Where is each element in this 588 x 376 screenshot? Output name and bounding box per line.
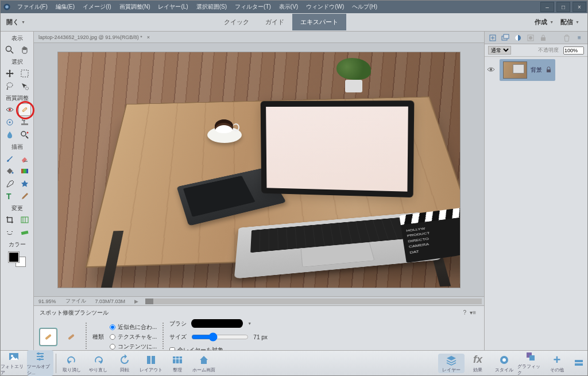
contentmove-tool-icon[interactable] — [3, 226, 16, 239]
delete-layer-icon[interactable] — [562, 33, 571, 42]
smartbrush-tool-icon[interactable] — [3, 116, 16, 129]
menu-view[interactable]: 表示(V) — [275, 3, 302, 11]
shape-tool-icon[interactable] — [18, 177, 31, 190]
marquee-tool-icon[interactable] — [18, 67, 31, 80]
minimize-button[interactable]: – — [540, 2, 554, 12]
canvas-area[interactable]: HOLLYWPRODUCTDIRECTOCAMERADAT — [34, 43, 484, 296]
tooloptions-button[interactable]: ツールオプシ... — [27, 350, 53, 376]
all-layers-checkbox[interactable]: 全レイヤーを対象 — [169, 346, 267, 350]
zoom-level[interactable]: 91.95% — [34, 299, 61, 304]
text-tool-icon[interactable]: T — [3, 190, 16, 203]
spot-heal-tool-icon[interactable] — [18, 103, 31, 116]
fgcolor-swatch[interactable] — [9, 252, 19, 262]
gradient-tool-icon[interactable] — [18, 165, 31, 177]
rotate-button[interactable]: 回転 — [111, 354, 138, 373]
bucket-tool-icon[interactable] — [3, 165, 16, 177]
svg-point-13 — [22, 119, 23, 121]
effects-button[interactable]: fx効果 — [465, 354, 491, 373]
menu-enhance[interactable]: 画質調整(N) — [115, 3, 154, 11]
share-button[interactable]: 配信▼ — [560, 18, 579, 26]
layers-button[interactable]: レイヤー — [438, 354, 465, 373]
svg-point-35 — [37, 352, 40, 355]
layer-mask-icon[interactable] — [526, 33, 535, 42]
svg-line-15 — [26, 136, 28, 138]
blur-tool-icon[interactable] — [3, 129, 16, 141]
svg-point-1 — [5, 5, 9, 9]
lasso-tool-icon[interactable] — [3, 80, 16, 92]
document-tab[interactable]: laptop-2443652_1920.jpg @ 91.9%(RGB/8) *… — [34, 32, 484, 43]
menu-layer[interactable]: レイヤー(L) — [154, 3, 192, 11]
menu-filter[interactable]: フィルター(T) — [231, 3, 275, 11]
organizer-button[interactable]: 整理 — [164, 354, 191, 373]
graphics-button[interactable]: グラフィック — [517, 350, 544, 376]
brush-tool-icon[interactable] — [3, 152, 16, 165]
spot-heal-mode-icon[interactable] — [40, 328, 57, 346]
tab-quick[interactable]: クイック — [216, 14, 257, 30]
size-slider[interactable] — [191, 332, 249, 342]
move-tool-icon[interactable] — [3, 67, 16, 80]
layer-group-icon[interactable] — [501, 33, 510, 42]
zoom-tool-icon[interactable] — [3, 44, 16, 56]
brush-preview[interactable] — [191, 319, 243, 328]
layer-row[interactable]: 背景 — [500, 59, 555, 81]
svg-rect-20 — [21, 217, 28, 223]
menu-help[interactable]: ヘルプ(H) — [348, 3, 381, 11]
straighten-tool-icon[interactable] — [18, 226, 31, 239]
create-button[interactable]: 作成▼ — [535, 18, 554, 26]
size-label: サイズ — [169, 333, 187, 341]
hscrollbar[interactable] — [145, 299, 482, 304]
home-button[interactable]: ホーム画面 — [191, 354, 217, 373]
brush-dropdown-icon[interactable]: ▼ — [247, 321, 252, 325]
crop-tool-icon[interactable] — [3, 214, 16, 226]
heal-mode-icon[interactable] — [63, 328, 80, 346]
panel-menu2-icon[interactable]: ≡ — [575, 33, 584, 42]
recompose-tool-icon[interactable] — [18, 214, 31, 226]
blend-mode-select[interactable]: 通常 — [488, 46, 511, 55]
toolbox: 表示 選択 画質調整 描画 — [1, 32, 34, 350]
sponge-tool-icon[interactable] — [18, 129, 31, 141]
menu-select[interactable]: 選択範囲(S) — [192, 3, 231, 11]
new-layer-icon[interactable] — [488, 33, 497, 42]
tab-expert[interactable]: エキスパート — [292, 14, 346, 30]
lock-layer-icon[interactable] — [539, 33, 548, 42]
svg-rect-18 — [21, 169, 28, 173]
opacity-input[interactable] — [563, 46, 584, 55]
help-icon[interactable]: ? — [463, 309, 467, 316]
svg-point-7 — [9, 108, 11, 111]
radio-content[interactable]: コンテンツに... — [110, 343, 157, 351]
redo-button[interactable]: やり直し — [85, 354, 111, 373]
open-button[interactable]: 開く▼ — [1, 18, 35, 26]
eraser-tool-icon[interactable] — [18, 152, 31, 165]
color-swatches[interactable] — [9, 252, 26, 267]
clone-tool-icon[interactable] — [18, 116, 31, 129]
close-button[interactable]: × — [572, 2, 586, 12]
photobin-button[interactable]: フォトエリア — [1, 350, 27, 376]
more-button[interactable]: +その他 — [544, 354, 570, 373]
pencil-tool-icon[interactable] — [18, 190, 31, 203]
status-file-size: 7.03M/7.03M — [91, 299, 130, 304]
radio-proximity[interactable]: 近似色に合わ... — [110, 323, 157, 331]
menu-image[interactable]: イメージ(I) — [79, 3, 115, 11]
panel-menu-icon[interactable]: ▾≡ — [470, 309, 476, 316]
radio-texture[interactable]: テクスチャを... — [110, 333, 157, 341]
adjustment-layer-icon[interactable] — [513, 33, 523, 42]
styles-button[interactable]: スタイル — [491, 354, 517, 373]
svg-rect-23 — [68, 334, 75, 340]
titlebar: ファイル(F) 編集(E) イメージ(I) 画質調整(N) レイヤー(L) 選択… — [1, 1, 587, 13]
toolbox-label-draw: 描画 — [11, 143, 23, 151]
svg-rect-30 — [541, 37, 546, 41]
hand-tool-icon[interactable] — [18, 44, 31, 56]
visibility-icon[interactable] — [487, 65, 495, 75]
eyedropper-tool-icon[interactable] — [3, 177, 16, 190]
undo-button[interactable]: 取り消し — [59, 354, 85, 373]
tab-guide[interactable]: ガイド — [257, 14, 292, 30]
collapse-panel-icon[interactable] — [570, 357, 587, 370]
maximize-button[interactable]: □ — [556, 2, 570, 12]
menu-edit[interactable]: 編集(E) — [52, 3, 79, 11]
menu-window[interactable]: ウィンドウ(W) — [302, 3, 348, 11]
menu-file[interactable]: ファイル(F) — [13, 3, 52, 11]
quickselect-tool-icon[interactable] — [18, 80, 31, 92]
redeye-tool-icon[interactable] — [3, 103, 16, 116]
layout-button[interactable]: レイアウト — [138, 354, 164, 373]
close-tab-icon[interactable]: × — [147, 34, 150, 40]
